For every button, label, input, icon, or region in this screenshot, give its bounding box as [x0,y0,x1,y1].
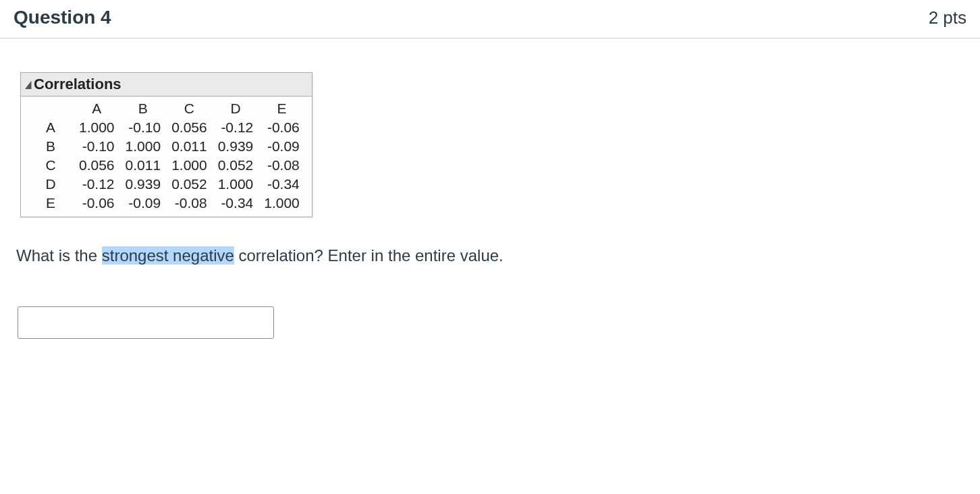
prompt-text-before: What is the [16,246,102,265]
cell: 0.052 [213,156,259,175]
cell: -0.10 [74,137,120,156]
question-header: Question 4 2 pts [0,0,980,38]
cell: 1.000 [74,118,120,137]
question-body: ◢ Correlations A B C D E A 1.000 -0.10 0… [0,38,980,352]
table-row: E -0.06 -0.09 -0.08 -0.34 1.000 [28,194,305,213]
col-header: B [120,99,167,118]
cell: -0.10 [120,118,167,137]
cell: 0.011 [120,156,167,175]
table-row: B -0.10 1.000 0.011 0.939 -0.09 [28,137,305,156]
row-header: E [28,194,74,213]
cell: -0.08 [166,194,213,213]
row-header: C [28,156,74,175]
question-title: Question 4 [13,7,111,28]
table-row: A 1.000 -0.10 0.056 -0.12 -0.06 [28,118,305,137]
col-header: E [258,99,305,118]
cell: 0.939 [213,137,259,156]
col-header: A [74,99,120,118]
table-corner [28,99,74,118]
prompt-highlight: strongest negative [102,246,234,265]
question-prompt: What is the strongest negative correlati… [16,244,967,267]
cell: -0.34 [258,175,305,194]
col-header: D [213,99,259,118]
row-header: B [28,137,74,156]
cell: 0.056 [166,118,213,137]
disclosure-icon: ◢ [25,78,31,90]
table-row: D -0.12 0.939 0.052 1.000 -0.34 [28,175,305,194]
row-header: A [28,118,74,137]
prompt-text-after: correlation? Enter in the entire value. [234,246,503,265]
answer-input[interactable] [18,306,274,339]
cell: 1.000 [120,137,167,156]
cell: -0.09 [258,137,305,156]
cell: 0.056 [74,156,120,175]
cell: -0.09 [120,194,167,213]
cell: 1.000 [213,175,259,194]
cell: -0.12 [74,175,120,194]
cell: 0.011 [166,137,213,156]
cell: 0.052 [166,175,213,194]
cell: 1.000 [166,156,213,175]
cell: 0.939 [120,175,167,194]
cell: 1.000 [258,194,305,213]
col-header: C [166,99,213,118]
panel-title-row: ◢ Correlations [21,73,312,97]
cell: -0.08 [258,156,305,175]
correlations-panel: ◢ Correlations A B C D E A 1.000 -0.10 0… [20,72,312,217]
cell: -0.34 [213,194,259,213]
question-points: 2 pts [929,7,967,28]
panel-title: Correlations [34,76,121,93]
correlation-table: A B C D E A 1.000 -0.10 0.056 -0.12 -0.0… [28,99,305,213]
cell: -0.12 [213,118,259,137]
row-header: D [28,175,74,194]
table-row: C 0.056 0.011 1.000 0.052 -0.08 [28,156,305,175]
table-header-row: A B C D E [28,99,305,118]
cell: -0.06 [74,194,120,213]
cell: -0.06 [258,118,305,137]
